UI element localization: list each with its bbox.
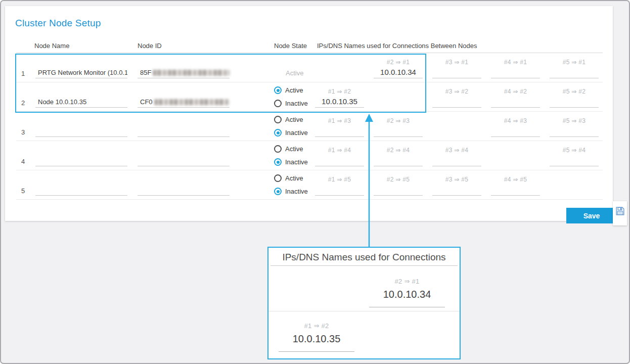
radio-label: Inactive	[285, 158, 308, 166]
connection-ip-input[interactable]	[374, 184, 423, 196]
connection-cell: #1 ⇒ #3	[315, 112, 364, 141]
connection-cell	[432, 112, 481, 141]
radio-icon	[274, 145, 282, 153]
connection-cell: #2 ⇒ #1	[374, 53, 423, 82]
radio-label: Active	[285, 145, 303, 153]
connection-ip-value: 10.0.10.35	[279, 333, 354, 352]
node-name-input[interactable]	[35, 185, 127, 196]
connection-ip-input[interactable]	[432, 184, 481, 196]
radio-option-active[interactable]: Active	[274, 172, 315, 185]
radio-option-inactive[interactable]: Inactive	[274, 97, 315, 110]
radio-label: Active	[285, 116, 303, 123]
radio-icon	[274, 174, 282, 182]
connection-ip-input[interactable]	[491, 184, 540, 196]
node-id-cell	[138, 155, 230, 170]
connection-direction-label: #2 ⇒ #1	[369, 278, 445, 285]
connection-ip-input[interactable]	[550, 155, 599, 166]
connection-ip-input[interactable]	[432, 155, 481, 166]
node-name-cell	[35, 185, 127, 199]
node-state-cell: Active Inactive	[274, 141, 315, 170]
connection-cell: #2 ⇒ #3	[374, 112, 423, 141]
connection-cell: #1 ⇒ #4	[315, 141, 364, 170]
page-title: Cluster Node Setup	[15, 18, 101, 29]
connection-cell: #2 ⇒ #5	[374, 170, 423, 199]
radio-icon	[274, 86, 282, 94]
col-header-connections: IPs/DNS Names used for Connections Betwe…	[315, 42, 599, 53]
radio-option-inactive[interactable]: Inactive	[274, 126, 315, 140]
radio-label: Active	[285, 174, 303, 182]
radio-label: Inactive	[285, 188, 308, 195]
connection-ip-input[interactable]	[550, 125, 599, 137]
connection-ip-input[interactable]	[491, 125, 540, 137]
table-row: 2 CF0 Active Inactive #1 ⇒ #2#3	[16, 82, 603, 112]
node-id-prefix: CF0	[140, 98, 153, 106]
node-id-input[interactable]	[138, 155, 230, 166]
node-name-input[interactable]	[35, 156, 127, 166]
connection-direction-label: #3 ⇒ #5	[432, 170, 481, 183]
cluster-node-table: Node Name Node ID Node State IPs/DNS Nam…	[16, 41, 603, 200]
connection-cell: #5 ⇒ #3	[550, 112, 599, 141]
radio-icon	[274, 129, 282, 136]
connection-ip-input[interactable]	[374, 125, 423, 137]
node-id-input[interactable]: 85F	[138, 67, 230, 78]
col-header-node-id: Node ID	[138, 42, 230, 53]
connection-ip-input[interactable]	[315, 184, 364, 196]
save-button[interactable]: Save	[566, 208, 617, 223]
node-id-input[interactable]	[138, 185, 230, 196]
row-number: 3	[16, 128, 35, 141]
connection-direction-label: #1 ⇒ #2	[279, 322, 354, 330]
node-id-redacted-blur	[153, 70, 230, 76]
connection-direction-label: #5 ⇒ #4	[550, 141, 599, 154]
connection-direction-label: #4 ⇒ #5	[491, 170, 540, 183]
radio-option-active[interactable]: Active	[274, 143, 315, 156]
connection-cell	[374, 82, 423, 111]
connection-direction-label: #1 ⇒ #2	[315, 82, 364, 95]
table-row: 1 85F Active #2 ⇒ #1#3 ⇒ #1#4 ⇒ #1#5 ⇒ #…	[16, 53, 603, 82]
connection-ip-input[interactable]	[315, 96, 364, 108]
connection-cell: #3 ⇒ #1	[432, 53, 481, 82]
connection-direction-label: #1 ⇒ #5	[315, 170, 364, 183]
row-number: 2	[16, 99, 35, 111]
connection-cell: #4 ⇒ #5	[491, 170, 540, 199]
node-name-cell	[35, 126, 127, 141]
radio-icon	[274, 116, 282, 123]
connection-direction-label: #1 ⇒ #3	[315, 112, 364, 124]
connection-ip-input[interactable]	[491, 67, 540, 78]
node-state-radio-group: Active Inactive	[274, 172, 315, 198]
connection-cell	[550, 170, 599, 199]
connection-ip-input[interactable]	[432, 67, 481, 78]
connection-ip-input[interactable]	[550, 96, 599, 108]
node-id-cell: 85F	[138, 67, 230, 82]
radio-option-active[interactable]: Active	[274, 113, 315, 126]
connection-cell: #1 ⇒ #5	[315, 170, 364, 199]
node-name-input[interactable]	[35, 97, 127, 108]
node-state-text: Active	[274, 69, 315, 77]
connection-ip-input[interactable]	[432, 96, 481, 108]
radio-icon	[274, 100, 282, 107]
node-state-cell: Active	[274, 53, 315, 82]
connection-ip-input[interactable]	[315, 125, 364, 137]
node-name-input[interactable]	[35, 126, 127, 137]
node-id-input[interactable]	[138, 126, 230, 137]
node-name-cell	[35, 97, 127, 111]
connection-ip-input[interactable]	[374, 67, 423, 78]
connection-ip-input[interactable]	[315, 155, 364, 166]
radio-option-inactive[interactable]: Inactive	[274, 156, 315, 169]
connection-cell: #4 ⇒ #2	[491, 82, 540, 111]
node-id-prefix: 85F	[140, 69, 151, 76]
connection-ip-value: 10.0.10.34	[369, 289, 445, 307]
node-state-cell: Active Inactive	[274, 112, 315, 141]
connection-ip-input[interactable]	[491, 96, 540, 108]
node-state-radio-group: Active Inactive	[274, 84, 315, 110]
node-name-input[interactable]	[35, 68, 127, 78]
table-header-row: Node Name Node ID Node State IPs/DNS Nam…	[16, 41, 603, 53]
connection-ip-input[interactable]	[374, 155, 423, 166]
connection-ip-input[interactable]	[550, 67, 599, 78]
node-id-input[interactable]: CF0	[138, 97, 230, 108]
table-row: 4 Active Inactive #1 ⇒ #4#2 ⇒	[16, 141, 603, 170]
radio-option-inactive[interactable]: Inactive	[274, 185, 315, 198]
connection-direction-label: #1 ⇒ #4	[315, 141, 364, 154]
save-shortcut-panel[interactable]	[613, 201, 627, 225]
radio-option-active[interactable]: Active	[274, 84, 315, 97]
connection-direction-label: #3 ⇒ #4	[432, 141, 481, 154]
